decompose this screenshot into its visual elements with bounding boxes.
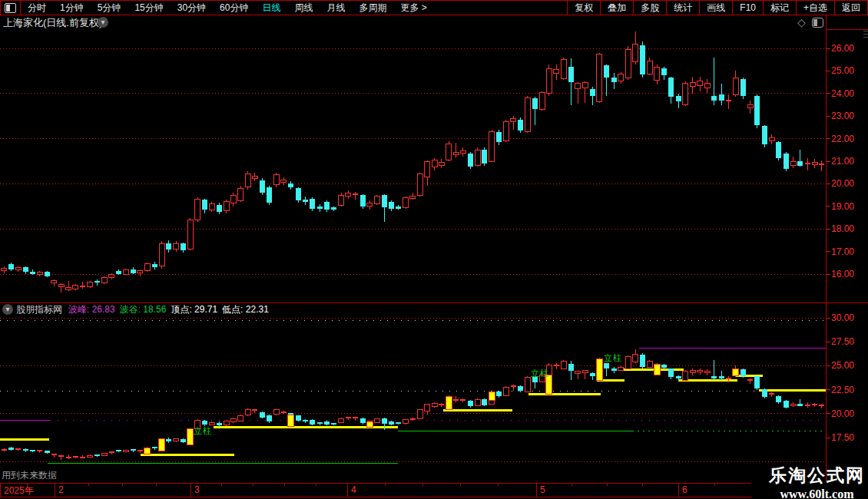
main-axis-label: 19.00 <box>831 201 865 212</box>
period-tab-日线[interactable]: 日线 <box>255 2 287 13</box>
main-candle-down <box>518 120 523 131</box>
main-candle-up <box>539 92 545 109</box>
indicator-candle-up <box>503 387 509 395</box>
indicator-candle-down <box>754 376 760 388</box>
indicator-candle-down <box>496 392 502 396</box>
toolbar-button-画线[interactable]: 画线 <box>699 1 732 15</box>
indicator-candle-down <box>267 415 272 422</box>
main-candle-up <box>367 203 373 206</box>
panel-layout-icon[interactable] <box>812 18 823 28</box>
main-candle-up <box>697 81 703 86</box>
main-candle-down <box>468 154 473 167</box>
indicator-candle-down <box>676 376 681 378</box>
main-candle-down <box>396 207 401 209</box>
indicator-candle-up <box>582 371 588 373</box>
main-candle-up <box>425 161 430 177</box>
resize-handle[interactable]: ——— <box>863 29 868 38</box>
period-tab-15分钟[interactable]: 15分钟 <box>128 2 170 13</box>
toolbar-button-统计[interactable]: 统计 <box>666 1 699 15</box>
main-candle-down <box>389 202 394 209</box>
main-candle-up <box>238 188 244 200</box>
main-candle-down <box>482 150 487 164</box>
main-candle-up <box>597 54 602 101</box>
main-candle-down <box>331 207 336 210</box>
main-axis-label: 17.00 <box>831 246 865 257</box>
indicator-candle-up <box>625 357 631 369</box>
indicator-candle-up <box>374 419 379 422</box>
main-candle-up <box>144 264 150 271</box>
main-candle-down <box>711 96 717 101</box>
main-candle-up <box>683 84 688 105</box>
period-tab-月线[interactable]: 月线 <box>320 2 352 13</box>
main-candle-up <box>561 60 566 79</box>
main-candle-up <box>159 243 164 266</box>
period-tab-更多 >[interactable]: 更多 > <box>393 2 433 13</box>
toolbar-button-叠加[interactable]: 叠加 <box>600 1 633 15</box>
period-tab-分时[interactable]: 分时 <box>21 2 53 13</box>
timeline-month-label: 5 <box>540 484 545 495</box>
indicator-name[interactable]: 股朋指标网 <box>16 303 62 316</box>
toolbar-button-多股[interactable]: 多股 <box>633 1 666 15</box>
toolbar-button-返回[interactable]: 返回 <box>834 1 867 15</box>
indicator-candle-up <box>339 418 344 423</box>
toolbar-button-复权[interactable]: 复权 <box>567 1 600 15</box>
chart-title: 上海家化(日线.前复权) <box>3 16 102 30</box>
period-tab-1分钟[interactable]: 1分钟 <box>53 2 91 13</box>
main-candle-up <box>137 271 143 273</box>
main-candle-up <box>647 61 652 74</box>
indicator-candle-down <box>45 451 50 452</box>
main-candle-up <box>37 272 42 274</box>
pillar-bar <box>144 448 151 454</box>
main-candle-down <box>8 264 14 269</box>
main-candle-up <box>339 195 344 205</box>
indicator-candle-up <box>88 455 93 457</box>
main-candle-down <box>296 188 301 200</box>
indicator-candle-down <box>181 439 186 442</box>
indicator-candle-up <box>683 371 688 380</box>
watermark: 乐淘公式网 www.60lt.com <box>769 464 865 499</box>
period-tab-周线[interactable]: 周线 <box>287 2 320 13</box>
indicator-candle-up <box>238 415 244 421</box>
main-candle-up <box>58 284 64 286</box>
main-candle-up <box>575 84 581 89</box>
timeline-month-label: 2 <box>58 484 64 495</box>
main-candle-up <box>2 269 7 271</box>
period-tab-5分钟[interactable]: 5分钟 <box>91 2 128 13</box>
indicator-candle-down <box>310 420 315 425</box>
main-candle-up <box>460 151 465 154</box>
indicator-candle-down <box>661 365 667 368</box>
main-candle-down <box>532 98 538 110</box>
period-tab-60分钟[interactable]: 60分钟 <box>213 2 255 13</box>
main-candle-up <box>511 118 516 121</box>
toolbar-button-标记[interactable]: 标记 <box>763 1 796 15</box>
indicator-chevron-down-icon[interactable]: ▾ <box>2 304 13 315</box>
title-chevron-down-icon[interactable]: ▾ <box>98 17 108 28</box>
period-tab-多周期[interactable]: 多周期 <box>352 2 393 13</box>
window-split-icon[interactable] <box>5 3 16 13</box>
indicator-candle-down <box>202 421 207 425</box>
toolbar-button-F10[interactable]: F10 <box>732 1 763 15</box>
main-candle-down <box>303 200 308 202</box>
main-candle-up <box>618 74 624 81</box>
indicator-candle-up <box>403 419 409 424</box>
main-candle-up <box>812 162 817 164</box>
indicator-value: 顶点: 29.71 <box>171 304 217 315</box>
main-candle-down <box>604 65 609 78</box>
indicator-candle-down <box>762 389 767 397</box>
period-tab-30分钟[interactable]: 30分钟 <box>171 2 213 13</box>
indicator-candle-up <box>647 362 652 367</box>
toolbar-button-+自选[interactable]: +自选 <box>796 1 834 15</box>
pillar-bar <box>159 439 165 451</box>
indicator-candle-up <box>174 439 179 441</box>
indicator-candle-down <box>590 373 595 376</box>
indicator-candle-down <box>797 404 803 405</box>
main-candle-down <box>217 205 222 212</box>
indicator-candle-up <box>575 371 581 373</box>
main-candle-up <box>230 195 236 203</box>
indicator-candle-down <box>740 369 746 376</box>
main-candle-down <box>260 180 265 193</box>
diamond-icon[interactable]: ◇ <box>797 16 806 28</box>
indicator-candle-up <box>230 418 236 421</box>
main-candle-down <box>45 272 50 276</box>
main-candle-down <box>590 89 595 96</box>
